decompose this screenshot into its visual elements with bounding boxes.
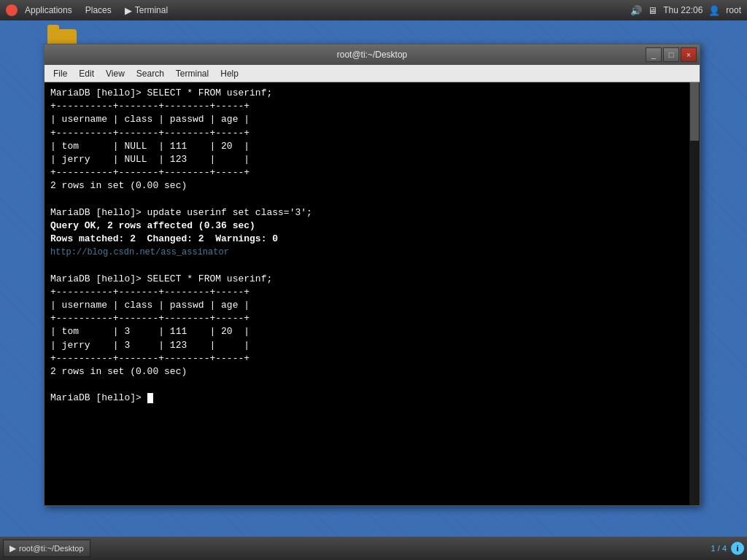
taskbar-terminal-item[interactable]: ▶ root@ti:~/Desktop <box>3 540 90 557</box>
taskbar-label: root@ti:~/Desktop <box>19 544 84 553</box>
terminal-content[interactable]: MariaDB [hello]> SELECT * FROM userinf; … <box>44 82 700 505</box>
places-menu[interactable]: Places <box>80 4 117 17</box>
terminal-output: MariaDB [hello]> SELECT * FROM userinf; … <box>50 87 694 405</box>
terminal-titlebar: root@ti:~/Desktop _ □ × <box>44 44 700 65</box>
menu-terminal[interactable]: Terminal <box>170 67 214 80</box>
page-indicator: 1 / 4 <box>711 544 727 553</box>
menu-bar: File Edit View Search Terminal Help <box>44 65 700 82</box>
window-controls: _ □ × <box>646 47 697 62</box>
top-panel: Applications Places ▶ Terminal 🔊 🖥 Thu 2… <box>0 0 747 20</box>
terminal-menu[interactable]: ▶ Terminal <box>119 4 174 18</box>
terminal-area: MariaDB [hello]> SELECT * FROM userinf; … <box>44 82 700 505</box>
volume-icon[interactable]: 🔊 <box>630 5 642 16</box>
display-icon: 🖥 <box>648 5 657 16</box>
window-title: root@ti:~/Desktop <box>337 50 408 60</box>
close-button[interactable]: × <box>681 47 697 62</box>
menu-search[interactable]: Search <box>131 67 170 80</box>
cursor <box>147 393 153 403</box>
username: root <box>726 5 741 15</box>
terminal-window: root@ti:~/Desktop _ □ × File Edit View S… <box>44 44 700 506</box>
taskbar: ▶ root@ti:~/Desktop 1 / 4 i <box>0 537 747 560</box>
info-icon[interactable]: i <box>731 542 744 555</box>
menu-view[interactable]: View <box>100 67 131 80</box>
menu-help[interactable]: Help <box>214 67 244 80</box>
top-panel-right: 🔊 🖥 Thu 22:06 👤 root <box>630 5 741 16</box>
taskbar-icon: ▶ <box>9 543 16 553</box>
scrollbar[interactable] <box>689 82 700 505</box>
taskbar-notification: 1 / 4 i <box>711 542 744 555</box>
applications-menu[interactable]: Applications <box>19 4 78 17</box>
app-icon <box>6 4 18 16</box>
terminal-icon: ▶ <box>125 5 132 16</box>
user-icon: 👤 <box>708 5 720 16</box>
clock: Thu 22:06 <box>663 5 703 15</box>
scroll-thumb[interactable] <box>690 82 699 141</box>
watermark: http://blog.csdn.net/ass_assinator <box>50 247 229 257</box>
top-panel-left: Applications Places ▶ Terminal <box>6 4 174 18</box>
menu-file[interactable]: File <box>47 67 73 80</box>
minimize-button[interactable]: _ <box>646 47 662 62</box>
menu-edit[interactable]: Edit <box>73 67 100 80</box>
maximize-button[interactable]: □ <box>663 47 679 62</box>
